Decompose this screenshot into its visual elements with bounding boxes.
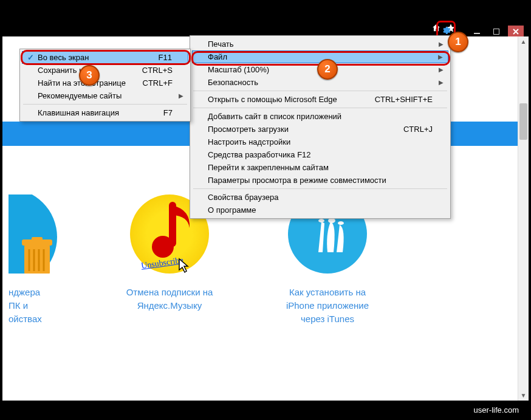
trash-icon [21,237,54,274]
vertical-scrollbar[interactable]: ▲ ▼ [518,36,529,401]
menu-label: Параметры просмотра в режиме совместимос… [208,176,386,185]
menu-label: О программе [208,205,256,215]
card-messenger[interactable]: нджера ПК и ойствах [9,195,63,326]
svg-rect-0 [474,33,480,34]
menu-label: Клавишная навигация [38,108,119,117]
card-title-line: через iTunes [301,312,354,326]
menu-label: Свойства браузера [208,193,278,202]
menu-find[interactable]: Найти на этой страницеCTRL+F [22,77,188,89]
submenu-arrow-icon: ▶ [438,53,443,60]
menu-print[interactable]: Печать▶ [192,38,448,50]
card-title-line: iPhone приложение [286,299,369,312]
menu-keyboard-nav[interactable]: Клавишная навигацияF7 [22,106,188,119]
svg-point-9 [152,236,174,258]
menu-label: Средства разработчика F12 [208,150,311,159]
callout-badge-1: 1 [448,32,468,52]
menu-suggested[interactable]: Рекомендуемые сайты▶ [22,89,188,102]
menu-separator [193,188,447,189]
menu-separator [193,91,447,91]
svg-rect-2 [24,244,50,274]
callout-badge-3: 3 [79,65,100,86]
submenu-arrow-icon: ▶ [439,41,444,47]
menu-about[interactable]: О программе [192,204,448,216]
file-submenu: Во весь экранF11 Сохранить как...CTRL+S … [19,49,191,122]
watermark: user-life.com [2,402,529,418]
menu-label: Добавить сайт в список приложений [208,112,341,121]
menu-save-as[interactable]: Сохранить как...CTRL+S [22,64,188,77]
menu-shortcut: CTRL+F [143,78,173,88]
svg-rect-4 [32,237,43,241]
submenu-arrow-icon: ▶ [439,79,444,86]
menu-shortcut: CTRL+S [142,66,173,75]
menu-label: Рекомендуемые сайты [38,91,122,100]
menu-shortcut: F7 [163,108,173,117]
menu-props[interactable]: Свойства браузера [192,191,448,204]
scroll-thumb[interactable] [519,103,527,140]
menu-fullscreen[interactable]: Во весь экранF11 [22,51,188,64]
svg-point-11 [328,218,335,223]
menu-open-edge[interactable]: Открыть с помощью Microsoft EdgeCTRL+SHI… [192,93,448,106]
menu-f12[interactable]: Средства разработчика F12 [192,148,448,161]
menu-label: Масштаб (100%) [208,65,269,74]
card-title-line: ойствах [9,312,42,326]
card-title-line: ПК и [9,299,28,312]
scroll-up-icon[interactable]: ▲ [518,36,529,47]
window-frame: нджера ПК и ойствах Unsubscribe [0,0,531,420]
menu-label: Открыть с помощью Microsoft Edge [208,95,337,104]
menu-label: Файл [208,52,227,61]
menu-downloads[interactable]: Просмотреть загрузкиCTRL+J [192,123,448,136]
svg-rect-1 [493,29,499,35]
menu-addons[interactable]: Настроить надстройки [192,136,448,148]
card-title-line: Яндекс.Музыку [137,299,202,312]
menu-safety[interactable]: Безопасность▶ [192,76,448,89]
card-title-line: Отмена подписки на [126,286,213,299]
minimize-button[interactable] [469,26,485,38]
submenu-arrow-icon: ▶ [179,92,183,99]
card-title-line: нджера [9,286,40,299]
svg-point-12 [338,221,344,225]
menu-compat[interactable]: Параметры просмотра в режиме совместимос… [192,174,448,187]
menu-label: Во весь экран [38,53,89,62]
scroll-down-icon[interactable]: ▼ [518,390,529,401]
menu-label: Безопасность [208,78,258,87]
window-controls [469,26,524,38]
menu-shortcut: CTRL+J [403,125,433,134]
menu-separator [193,108,447,108]
menu-separator [23,104,187,105]
close-button[interactable] [508,26,524,38]
menu-label: Просмотреть загрузки [208,125,289,134]
watermark-text: user-life.com [474,405,519,415]
cursor-icon [176,258,193,275]
menu-pinned[interactable]: Перейти к закрепленным сайтам [192,161,448,174]
titlebar [2,2,529,34]
menu-label: Настроить надстройки [208,137,290,146]
menu-label: Печать [208,40,234,49]
menu-label: Перейти к закрепленным сайтам [208,163,329,172]
submenu-arrow-icon: ▶ [439,66,444,73]
svg-point-10 [318,219,324,222]
maximize-button[interactable] [488,26,504,38]
menu-shortcut: F11 [159,53,172,62]
menu-add-site[interactable]: Добавить сайт в список приложений [192,110,448,123]
card-title-line: Как установить на [289,286,366,299]
callout-badge-2: 2 [317,59,338,80]
menu-shortcut: CTRL+SHIFT+E [375,95,433,104]
